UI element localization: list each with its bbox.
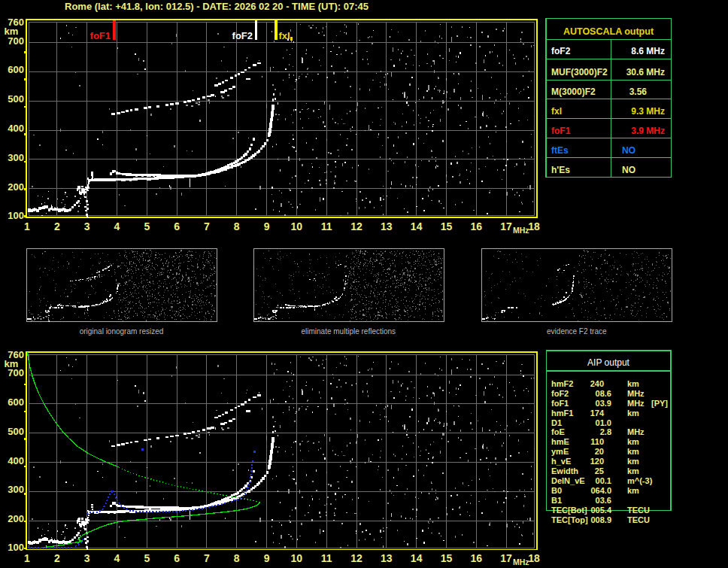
svg-text:km: km [5,26,19,37]
svg-text:3.9 MHz: 3.9 MHz [631,126,665,136]
svg-text:Ewidth: Ewidth [551,466,578,475]
svg-text:[PY]: [PY] [651,399,668,408]
svg-text:15: 15 [441,220,453,232]
svg-text:200: 200 [8,181,24,193]
svg-text:DelN_vE: DelN_vE [551,476,585,485]
svg-text:3: 3 [84,220,90,232]
svg-text:8: 8 [234,552,240,564]
svg-text:foE: foE [551,427,565,436]
svg-text:TECU: TECU [627,506,650,515]
svg-text:064.0: 064.0 [590,486,611,495]
svg-text:00.1: 00.1 [596,476,611,485]
svg-text:ymE: ymE [551,447,569,456]
svg-text:008.9: 008.9 [590,515,611,524]
svg-text:03.9: 03.9 [596,399,611,408]
svg-text:08.6: 08.6 [596,389,611,398]
svg-text:13: 13 [381,220,393,232]
svg-text:MHz: MHz [513,226,529,235]
svg-text:foF1: foF1 [90,30,111,41]
svg-text:2: 2 [54,552,60,564]
svg-text:foF2: foF2 [551,389,569,398]
svg-text:3.56: 3.56 [629,87,648,97]
svg-text:MUF(3000)F2: MUF(3000)F2 [551,67,608,77]
svg-text:km: km [627,447,639,456]
svg-text:17: 17 [500,220,512,232]
svg-text:M(3000)F2: M(3000)F2 [551,87,596,97]
svg-text:100: 100 [8,210,24,221]
svg-text:8.6 MHz: 8.6 MHz [631,46,665,56]
svg-text:18: 18 [528,552,540,564]
svg-text:foF1: foF1 [551,126,571,136]
svg-text:foF2: foF2 [551,46,571,56]
svg-text:120: 120 [590,457,604,466]
svg-text:MHz: MHz [513,557,529,566]
svg-text:12: 12 [350,220,362,232]
svg-text:300: 300 [8,152,24,163]
svg-text:14: 14 [411,220,423,232]
svg-text:100: 100 [8,542,24,553]
svg-text:30.6 MHz: 30.6 MHz [626,67,665,77]
svg-text:14: 14 [411,552,423,564]
svg-text:9: 9 [264,220,270,232]
svg-text:hmF1: hmF1 [551,409,573,418]
svg-text:16: 16 [471,552,483,564]
svg-text:174: 174 [590,409,605,418]
svg-text:TEC[Top]: TEC[Top] [551,515,588,524]
svg-text:km: km [5,358,19,369]
svg-text:km: km [627,437,639,446]
svg-text:8: 8 [234,220,240,232]
svg-text:600: 600 [8,396,24,408]
svg-text:500: 500 [8,426,24,437]
svg-text:2: 2 [54,220,60,232]
svg-text:B0: B0 [551,486,562,495]
svg-text:AIP output: AIP output [587,357,629,368]
svg-text:2.8: 2.8 [600,427,611,436]
svg-text:foF2: foF2 [232,30,253,41]
svg-text:MHz: MHz [627,427,645,436]
svg-text:17: 17 [500,552,512,564]
svg-text:original ionogram resized: original ionogram resized [80,327,164,336]
svg-text:4: 4 [114,220,120,232]
svg-text:MHz: MHz [627,399,645,408]
svg-text:evidence F2 trace: evidence F2 trace [547,327,607,336]
svg-text:h_vE: h_vE [551,457,571,466]
svg-text:03.6: 03.6 [596,496,611,505]
svg-text:10: 10 [291,220,303,232]
svg-text:16: 16 [471,220,483,232]
svg-text:km: km [627,457,639,466]
svg-text:B1: B1 [551,496,562,505]
svg-text:400: 400 [8,455,24,466]
svg-text:TEC[Bot]: TEC[Bot] [551,506,587,515]
svg-text:4: 4 [114,552,120,564]
svg-text:5: 5 [144,552,150,564]
svg-text:110: 110 [590,437,604,446]
svg-text:5: 5 [144,220,150,232]
svg-text:NO: NO [622,165,635,175]
svg-text:eliminate multiple reflections: eliminate multiple reflections [301,327,396,336]
svg-text:NO: NO [622,145,635,156]
svg-text:240: 240 [590,379,604,388]
svg-text:Rome (lat: +41.8, lon: 012.5): Rome (lat: +41.8, lon: 012.5) - DATE: 20… [65,1,369,12]
svg-text:6: 6 [174,220,180,232]
svg-text:AUTOSCALA output: AUTOSCALA output [563,26,654,37]
svg-text:7: 7 [204,552,210,564]
svg-text:9: 9 [264,552,270,564]
svg-text:7: 7 [204,220,210,232]
svg-text:200: 200 [8,513,24,524]
svg-text:hmF2: hmF2 [551,379,573,388]
svg-text:18: 18 [528,220,540,232]
svg-text:500: 500 [8,93,24,105]
svg-text:km: km [627,379,639,388]
svg-text:km: km [627,466,639,475]
svg-text:h'Es: h'Es [551,165,570,175]
svg-text:TECU: TECU [627,515,650,524]
svg-text:6: 6 [174,552,180,564]
svg-text:fxI: fxI [551,106,562,117]
svg-text:ftEs: ftEs [551,145,569,156]
svg-text:25: 25 [595,466,604,475]
svg-text:20: 20 [595,447,604,456]
svg-text:foF1: foF1 [551,399,569,408]
svg-text:10: 10 [291,552,303,564]
svg-text:m^(-3): m^(-3) [627,476,653,485]
svg-text:15: 15 [441,552,453,564]
